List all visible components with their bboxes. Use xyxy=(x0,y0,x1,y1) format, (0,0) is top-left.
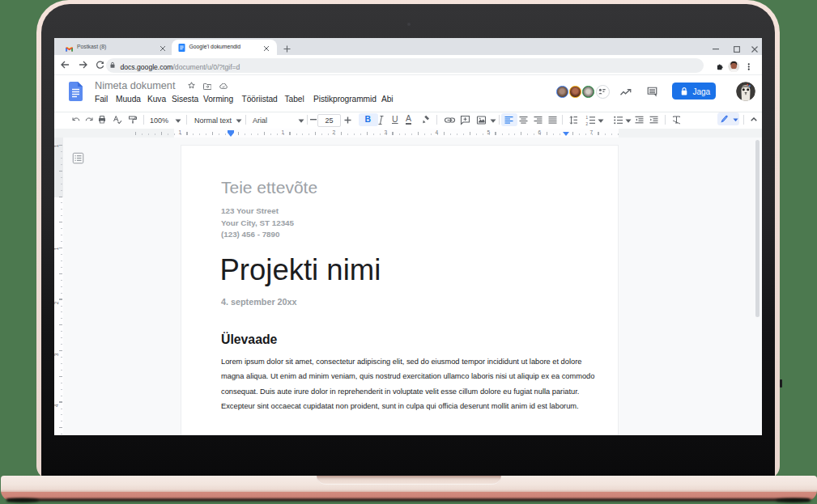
svg-text:2: 2 xyxy=(585,121,588,125)
svg-text:1: 1 xyxy=(585,115,588,119)
